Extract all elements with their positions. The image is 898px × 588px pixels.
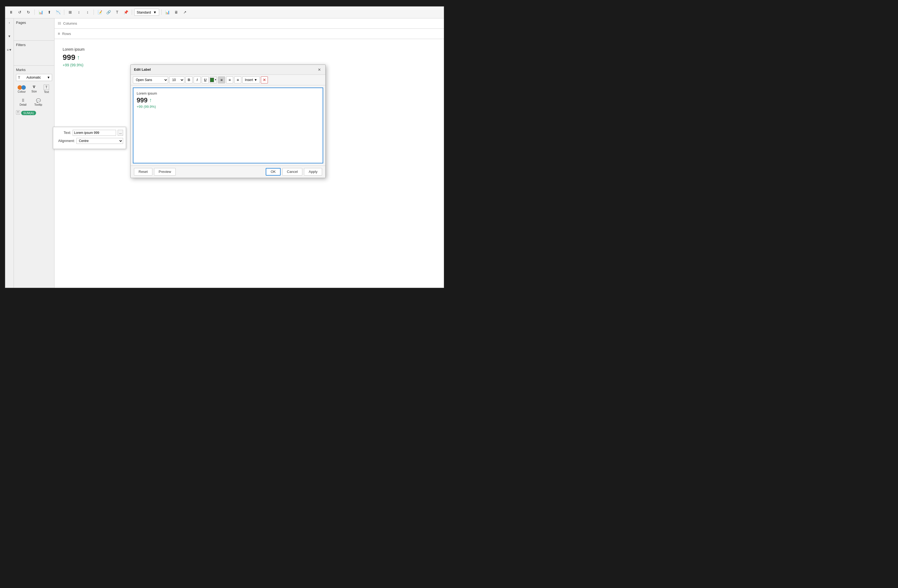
- alignment-select[interactable]: Centre Left Right: [77, 138, 123, 144]
- undo-icon[interactable]: ↺: [16, 8, 24, 16]
- font-select[interactable]: Open Sans: [133, 77, 168, 83]
- editor-value: 999: [137, 97, 148, 104]
- underline-btn[interactable]: U: [202, 77, 209, 83]
- editor-line-2: 999 ↑: [137, 97, 320, 104]
- chart-bar-icon[interactable]: 📊: [37, 8, 45, 16]
- pages-content: [16, 25, 52, 38]
- detail-btn[interactable]: ⠿ Detail: [16, 97, 30, 107]
- italic-btn[interactable]: I: [194, 77, 201, 83]
- text-popup-align-label: Alignment:: [56, 139, 75, 143]
- size-btn[interactable]: ⛛ Size: [28, 83, 40, 95]
- color-swatch: [210, 78, 214, 82]
- align-left-btn[interactable]: ≡: [218, 77, 225, 83]
- marks-type-value: Automatic: [26, 75, 41, 80]
- color-dropdown-arrow-icon: ▼: [214, 78, 217, 81]
- insert-btn[interactable]: Insert ▼: [242, 77, 260, 83]
- align-right-btn[interactable]: ≡: [234, 77, 241, 83]
- insert-dropdown-icon: ▼: [254, 78, 257, 82]
- chart-bar-2-icon[interactable]: 📊: [164, 8, 171, 16]
- separator-1: [34, 9, 35, 15]
- dialog-titlebar: Edit Label ✕: [131, 65, 325, 75]
- pages-section: Pages: [14, 18, 54, 41]
- editor-line-3: +99 (99.9%): [137, 104, 320, 109]
- footer-left: Reset Preview: [134, 168, 176, 176]
- layers-icon[interactable]: ≡▼: [6, 47, 13, 53]
- editor-line-1: Lorem ipsum: [137, 91, 320, 95]
- share-icon[interactable]: ↗: [181, 8, 189, 16]
- text-popup-text-label: Text:: [56, 130, 71, 135]
- color-picker-btn[interactable]: ▼: [210, 77, 217, 83]
- size-label: Size: [31, 90, 37, 93]
- pin-icon[interactable]: 📌: [122, 8, 129, 16]
- standard-dropdown[interactable]: Standard ▼: [134, 9, 159, 16]
- underline-icon[interactable]: 📝: [96, 8, 104, 16]
- filters-content: [16, 47, 52, 63]
- preview-btn[interactable]: Preview: [154, 168, 176, 176]
- detail-icon: ⠿: [22, 98, 25, 103]
- pages-title: Pages: [16, 21, 52, 25]
- main-area: ‹ ▼ ≡▼ Pages Filters Marks 𝕋 Automatic: [5, 18, 444, 288]
- tooltip-btn[interactable]: 💬 Tooltip: [31, 97, 45, 107]
- marks-section: Marks 𝕋 Automatic ▼ ⬤⬤ Colour ⛛ Size: [14, 66, 54, 288]
- collapse-icon[interactable]: ‹: [6, 20, 13, 26]
- filter-icon[interactable]: ▼: [6, 33, 13, 40]
- sort-asc-icon[interactable]: ↕: [75, 8, 83, 16]
- sort-desc-icon[interactable]: ↕: [84, 8, 91, 16]
- text-popup: Text: ... Alignment: Centre Left Right: [53, 127, 126, 149]
- dropdown-arrow-icon: ▼: [153, 10, 157, 14]
- reset-btn[interactable]: Reset: [134, 168, 152, 176]
- tooltip-label: Tooltip: [34, 103, 42, 106]
- detail-label: Detail: [20, 103, 26, 106]
- dialog-close-btn[interactable]: ✕: [317, 67, 322, 72]
- sort-icon[interactable]: ⊞: [66, 8, 74, 16]
- standard-label: Standard: [137, 10, 151, 14]
- monitor-icon[interactable]: 🖥: [172, 8, 180, 16]
- colour-icon: ⬤⬤: [17, 84, 26, 90]
- redo-icon[interactable]: ↻: [25, 8, 32, 16]
- dialog-footer: Reset Preview OK Cancel Apply: [131, 166, 325, 178]
- apply-btn[interactable]: Apply: [304, 168, 322, 176]
- chart-swap-icon[interactable]: ⬆: [46, 8, 53, 16]
- text-popup-ellipsis-btn[interactable]: ...: [118, 130, 123, 136]
- align-center-btn[interactable]: ≡: [226, 77, 233, 83]
- columns-label: Columns: [63, 21, 77, 26]
- metric-arrow-up-icon: ↑: [77, 54, 80, 61]
- font-size-select[interactable]: 10: [169, 77, 185, 83]
- tooltip-icon: 💬: [36, 98, 41, 103]
- insert-label: Insert: [245, 78, 253, 82]
- size-icon: ⛛: [32, 84, 36, 89]
- rows-label: Rows: [62, 32, 71, 36]
- bold-btn[interactable]: B: [186, 77, 192, 83]
- columns-shelf[interactable]: ⁞⁞⁞ Columns: [54, 18, 444, 29]
- canvas-area: ⁞⁞⁞ Columns ≡ Rows Lorem ipsum 999 ↑ +99…: [54, 18, 444, 288]
- left-sidebar: ‹ ▼ ≡▼: [5, 18, 14, 288]
- separator-3: [94, 9, 94, 15]
- marks-icons-row-2: ⠿ Detail 💬 Tooltip: [16, 97, 52, 107]
- link-icon[interactable]: 🔗: [105, 8, 112, 16]
- pause-icon[interactable]: ⏸: [7, 8, 15, 16]
- colour-btn[interactable]: ⬤⬤ Colour: [16, 83, 28, 95]
- metric-title: Lorem ipsum: [63, 47, 436, 52]
- clear-format-btn[interactable]: ✕: [261, 77, 268, 83]
- separator-4: [132, 9, 132, 15]
- footer-right: OK Cancel Apply: [266, 168, 322, 176]
- sum-type-icon: T: [16, 110, 20, 115]
- columns-icon: ⁞⁞⁞: [58, 21, 61, 26]
- chart-x-icon[interactable]: 📉: [54, 8, 62, 16]
- sum-badge-label: SUM(A): [23, 111, 34, 115]
- marks-type-label: 𝕋: [18, 75, 20, 80]
- dialog-editor[interactable]: Lorem ipsum 999 ↑ +99 (99.9%): [133, 88, 323, 163]
- ok-btn[interactable]: OK: [266, 168, 281, 176]
- rows-icon: ≡: [58, 31, 60, 36]
- cancel-btn[interactable]: Cancel: [282, 168, 302, 176]
- rows-shelf[interactable]: ≡ Rows: [54, 29, 444, 39]
- text-icon: T: [44, 84, 49, 90]
- marks-dropdown-arrow: ▼: [47, 75, 50, 80]
- main-toolbar: ⏸ ↺ ↻ 📊 ⬆ 📉 ⊞ ↕ ↕ 📝 🔗 T 📌 Standard ▼ 📊 🖥…: [5, 6, 444, 18]
- marks-type-dropdown[interactable]: 𝕋 Automatic ▼: [16, 74, 52, 81]
- text-icon[interactable]: T: [113, 8, 121, 16]
- sum-badge[interactable]: SUM(A): [21, 111, 36, 115]
- text-label: Text: [44, 91, 49, 94]
- text-popup-text-input[interactable]: [73, 130, 116, 136]
- text-btn[interactable]: T Text: [41, 83, 52, 95]
